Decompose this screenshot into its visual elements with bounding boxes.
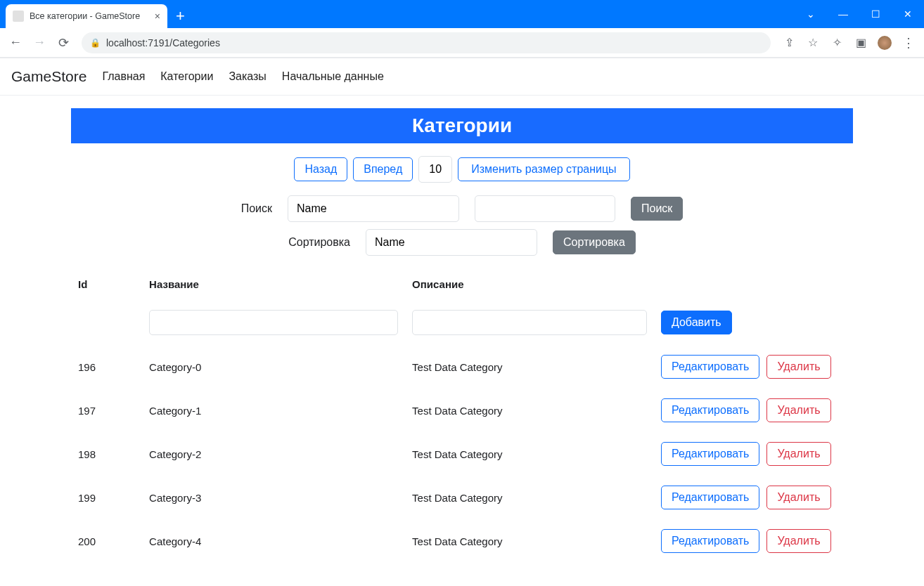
sort-label: Сортировка [288, 236, 350, 249]
edit-button[interactable]: Редактировать [661, 442, 760, 466]
browser-toolbar: ← → ⟳ 🔒 localhost:7191/Categories ⇪ ☆ ✧ … [0, 28, 924, 58]
pager-forward-button[interactable]: Вперед [353, 157, 413, 181]
table-row: 199Category-3Test Data CategoryРедактиро… [71, 476, 853, 519]
cell-id: 200 [71, 519, 142, 563]
cell-id: 197 [71, 389, 142, 432]
table-row: 200Category-4Test Data CategoryРедактиро… [71, 519, 853, 563]
edit-button[interactable]: Редактировать [661, 486, 760, 509]
cell-name: Category-1 [142, 389, 405, 432]
change-page-size-button[interactable]: Изменить размер страницы [458, 157, 629, 181]
search-button[interactable]: Поиск [631, 197, 683, 221]
cell-desc: Test Data Category [405, 519, 654, 563]
table-row: 197Category-1Test Data CategoryРедактиро… [71, 389, 853, 432]
search-value-input[interactable] [475, 195, 615, 222]
pager-back-button[interactable]: Назад [294, 157, 347, 181]
close-tab-icon[interactable]: × [155, 11, 160, 22]
reload-icon[interactable]: ⟳ [53, 33, 73, 53]
delete-button[interactable]: Удалить [766, 529, 830, 553]
cell-name: Category-2 [142, 432, 405, 476]
cell-id: 198 [71, 432, 142, 476]
share-icon[interactable]: ⇪ [779, 33, 799, 53]
page-size-input[interactable] [418, 156, 452, 183]
filter-desc-input[interactable] [412, 310, 647, 335]
delete-button[interactable]: Удалить [766, 486, 830, 509]
new-tab-button[interactable]: + [167, 4, 193, 28]
favicon-icon [13, 11, 24, 22]
chevron-down-icon[interactable]: ⌄ [795, 0, 827, 28]
extensions-icon[interactable]: ✧ [827, 33, 847, 53]
cell-desc: Test Data Category [405, 476, 654, 519]
address-bar[interactable]: 🔒 localhost:7191/Categories [82, 32, 771, 53]
brand[interactable]: GameStore [11, 68, 86, 85]
sort-row: Сортировка Сортировка [71, 229, 853, 256]
page-title: Категории [71, 108, 853, 143]
sidepanel-icon[interactable]: ▣ [851, 33, 871, 53]
cell-name: Category-3 [142, 476, 405, 519]
edit-button[interactable]: Редактировать [661, 355, 760, 379]
window-minimize-icon[interactable]: ― [827, 0, 859, 28]
nav-link-categories[interactable]: Категории [160, 70, 213, 83]
avatar[interactable] [875, 33, 894, 53]
lock-icon: 🔒 [90, 38, 101, 48]
cell-desc: Test Data Category [405, 389, 654, 432]
window-close-icon[interactable]: ✕ [892, 0, 924, 28]
pager: Назад Вперед Изменить размер страницы [71, 156, 853, 183]
star-icon[interactable]: ☆ [803, 33, 823, 53]
th-name: Название [142, 268, 405, 300]
window-controls: ⌄ ― ☐ ✕ [795, 0, 924, 28]
kebab-menu-icon[interactable]: ⋮ [899, 33, 918, 53]
table-row: 196Category-0Test Data CategoryРедактиро… [71, 345, 853, 389]
cell-name: Category-4 [142, 519, 405, 563]
th-id: Id [71, 268, 142, 300]
nav-link-orders[interactable]: Заказы [229, 70, 266, 83]
filter-name-input[interactable] [149, 310, 398, 335]
search-label: Поиск [241, 202, 272, 215]
th-actions [654, 268, 853, 300]
back-icon[interactable]: ← [6, 33, 25, 53]
edit-button[interactable]: Редактировать [661, 398, 760, 422]
cell-name: Category-0 [142, 345, 405, 389]
categories-table: Id Название Описание Добавить 196Categor… [71, 268, 853, 563]
cell-desc: Test Data Category [405, 345, 654, 389]
url-text: localhost:7191/Categories [106, 37, 220, 48]
delete-button[interactable]: Удалить [766, 355, 830, 379]
add-button[interactable]: Добавить [661, 311, 732, 334]
browser-tabstrip: Все категории - GameStore × + ⌄ ― ☐ ✕ [0, 0, 924, 28]
th-desc: Описание [405, 268, 654, 300]
cell-id: 196 [71, 345, 142, 389]
search-row: Поиск Поиск [71, 195, 853, 222]
edit-button[interactable]: Редактировать [661, 529, 760, 553]
window-maximize-icon[interactable]: ☐ [859, 0, 892, 28]
delete-button[interactable]: Удалить [766, 442, 830, 466]
browser-tab[interactable]: Все категории - GameStore × [6, 4, 167, 28]
sort-field-select[interactable] [366, 229, 537, 256]
cell-desc: Test Data Category [405, 432, 654, 476]
cell-id: 199 [71, 476, 142, 519]
forward-icon[interactable]: → [30, 33, 49, 53]
nav-link-home[interactable]: Главная [102, 70, 145, 83]
search-field-select[interactable] [288, 195, 459, 222]
app-navbar: GameStore Главная Категории Заказы Начал… [0, 58, 924, 96]
delete-button[interactable]: Удалить [766, 398, 830, 422]
tab-title: Все категории - GameStore [30, 11, 140, 21]
table-row: 198Category-2Test Data CategoryРедактиро… [71, 432, 853, 476]
sort-button[interactable]: Сортировка [553, 230, 636, 254]
nav-link-seed[interactable]: Начальные данные [282, 70, 384, 83]
